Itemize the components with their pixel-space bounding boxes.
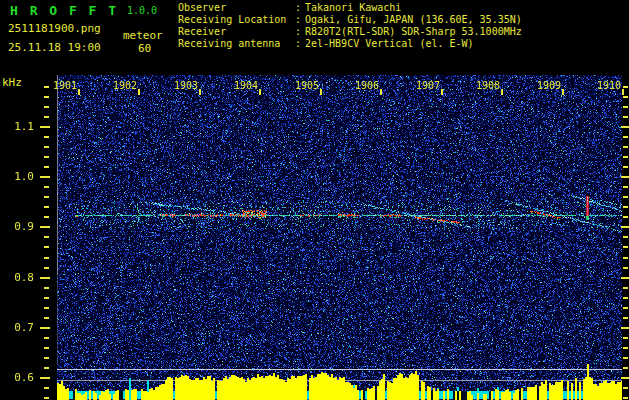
- right-freq-minor-tick: [623, 357, 628, 359]
- freq-axis-label: 0.6: [0, 372, 34, 384]
- freq-minor-tick: [44, 397, 49, 399]
- right-freq-major-tick: [621, 176, 629, 178]
- freq-minor-tick: [44, 186, 49, 188]
- right-freq-minor-tick: [623, 206, 628, 208]
- right-freq-minor-tick: [623, 347, 628, 349]
- right-freq-minor-tick: [623, 166, 628, 168]
- freq-major-tick: [40, 327, 50, 329]
- mode-label: meteor: [123, 29, 163, 42]
- right-freq-minor-tick: [623, 367, 628, 369]
- right-freq-major-tick: [621, 377, 629, 379]
- info-value: R820T2(RTL-SDR) SDR-Sharp 53.1000MHz: [305, 26, 522, 37]
- freq-minor-tick: [44, 337, 49, 339]
- right-freq-minor-tick: [623, 307, 628, 309]
- right-freq-minor-tick: [623, 116, 628, 118]
- right-freq-major-tick: [621, 226, 629, 228]
- info-colon: :: [295, 14, 305, 26]
- freq-minor-tick: [44, 156, 49, 158]
- right-freq-minor-tick: [623, 236, 628, 238]
- right-freq-minor-tick: [623, 96, 628, 98]
- freq-major-tick: [40, 377, 50, 379]
- output-filename: 2511181900.png: [8, 22, 101, 35]
- right-freq-minor-tick: [623, 337, 628, 339]
- info-colon: :: [295, 26, 305, 38]
- right-freq-minor-tick: [623, 86, 628, 88]
- freq-minor-tick: [44, 357, 49, 359]
- freq-minor-tick: [44, 206, 49, 208]
- freq-minor-tick: [44, 86, 49, 88]
- freq-major-tick: [40, 277, 50, 279]
- station-info: Observer:Takanori Kawachi Receiving Loca…: [178, 2, 522, 50]
- info-colon: :: [295, 2, 305, 14]
- freq-minor-tick: [44, 257, 49, 259]
- freq-minor-tick: [44, 166, 49, 168]
- hrofft-window: H R O F F T 1.0.0 2511181900.png meteor …: [0, 0, 629, 400]
- right-freq-major-tick: [621, 126, 629, 128]
- station-info-row: Receiving Location:Ogaki, Gifu, JAPAN (1…: [178, 14, 522, 26]
- info-label: Observer: [178, 2, 295, 14]
- freq-minor-tick: [44, 387, 49, 389]
- app-title: H R O F F T: [10, 3, 118, 18]
- freq-major-tick: [40, 176, 50, 178]
- freq-unit-label: kHz: [2, 76, 22, 89]
- freq-minor-tick: [44, 236, 49, 238]
- right-freq-minor-tick: [623, 297, 628, 299]
- right-freq-minor-tick: [623, 106, 628, 108]
- freq-minor-tick: [44, 196, 49, 198]
- freq-major-tick: [40, 226, 50, 228]
- freq-minor-tick: [44, 246, 49, 248]
- info-label: Receiving Location: [178, 14, 295, 26]
- freq-axis-label: 0.7: [0, 322, 34, 334]
- right-freq-minor-tick: [623, 267, 628, 269]
- record-datetime: 25.11.18 19:00: [8, 41, 101, 54]
- duration-seconds: 60: [138, 42, 151, 55]
- spectrogram-canvas: [57, 75, 622, 400]
- freq-minor-tick: [44, 116, 49, 118]
- station-info-row: Receiver:R820T2(RTL-SDR) SDR-Sharp 53.10…: [178, 26, 522, 38]
- info-value: Takanori Kawachi: [305, 2, 401, 13]
- info-value: 2el-HB9CV Vertical (el. E-W): [305, 38, 474, 49]
- info-value: Ogaki, Gifu, JAPAN (136.60E, 35.35N): [305, 14, 522, 25]
- app-version: 1.0.0: [127, 5, 157, 16]
- freq-minor-tick: [44, 347, 49, 349]
- freq-minor-tick: [44, 287, 49, 289]
- right-freq-minor-tick: [623, 186, 628, 188]
- freq-axis-label: 0.9: [0, 221, 34, 233]
- freq-axis-label: 1.0: [0, 171, 34, 183]
- freq-minor-tick: [44, 136, 49, 138]
- right-freq-minor-tick: [623, 397, 628, 399]
- right-freq-minor-tick: [623, 287, 628, 289]
- freq-minor-tick: [44, 367, 49, 369]
- freq-minor-tick: [44, 317, 49, 319]
- time-tick: [622, 89, 624, 95]
- right-freq-minor-tick: [623, 387, 628, 389]
- station-info-row: Receiving antenna:2el-HB9CV Vertical (el…: [178, 38, 522, 50]
- right-freq-minor-tick: [623, 246, 628, 248]
- freq-axis-label: 0.8: [0, 272, 34, 284]
- freq-minor-tick: [44, 297, 49, 299]
- freq-minor-tick: [44, 146, 49, 148]
- station-info-row: Observer:Takanori Kawachi: [178, 2, 522, 14]
- freq-minor-tick: [44, 307, 49, 309]
- info-label: Receiving antenna: [178, 38, 295, 50]
- info-label: Receiver: [178, 26, 295, 38]
- freq-minor-tick: [44, 267, 49, 269]
- right-freq-minor-tick: [623, 317, 628, 319]
- freq-major-tick: [40, 126, 50, 128]
- right-freq-major-tick: [621, 327, 629, 329]
- right-freq-minor-tick: [623, 196, 628, 198]
- right-freq-minor-tick: [623, 146, 628, 148]
- right-freq-major-tick: [621, 277, 629, 279]
- right-freq-minor-tick: [623, 136, 628, 138]
- freq-minor-tick: [44, 216, 49, 218]
- freq-axis-label: 1.1: [0, 121, 34, 133]
- right-freq-minor-tick: [623, 216, 628, 218]
- right-freq-minor-tick: [623, 257, 628, 259]
- info-colon: :: [295, 38, 305, 50]
- freq-minor-tick: [44, 106, 49, 108]
- right-freq-minor-tick: [623, 156, 628, 158]
- freq-minor-tick: [44, 96, 49, 98]
